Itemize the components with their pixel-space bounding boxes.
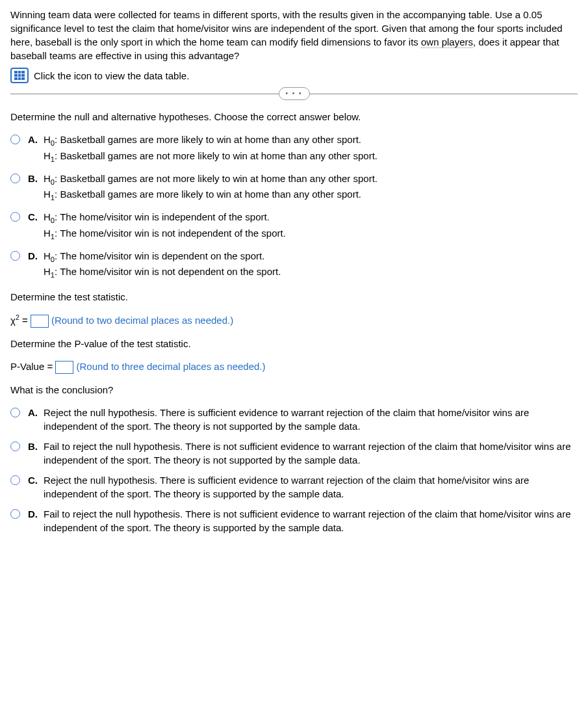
section-divider: • • • xyxy=(10,94,578,94)
rounding-note: (Round to three decimal places as needed… xyxy=(77,361,266,372)
table-icon xyxy=(14,71,25,80)
option-letter: D. xyxy=(28,249,40,263)
radio-b[interactable] xyxy=(10,174,20,183)
conclusion-a: A. Reject the null hypothesis. There is … xyxy=(10,406,578,433)
hypotheses-options: A. H0: Basketball games are more likely … xyxy=(10,133,578,281)
option-letter: B. xyxy=(28,440,40,453)
rounding-note: (Round to two decimal places as needed.) xyxy=(51,315,233,326)
option-letter: C. xyxy=(28,210,40,224)
ellipsis-icon[interactable]: • • • xyxy=(279,87,310,100)
conclusion-prompt: What is the conclusion? xyxy=(10,383,578,397)
pvalue-prompt: Determine the P-value of the test statis… xyxy=(10,337,578,350)
option-text: Fail to reject the null hypothesis. Ther… xyxy=(44,507,578,534)
option-letter: D. xyxy=(28,507,40,521)
radio-a[interactable] xyxy=(10,135,20,144)
dotted-term: own players xyxy=(421,36,473,48)
data-table-button[interactable] xyxy=(10,68,29,83)
option-text: Fail to reject the null hypothesis. Ther… xyxy=(44,440,578,467)
data-table-row: Click the icon to view the data table. xyxy=(10,68,578,83)
chi-squared-row: χ2 = (Round to two decimal places as nee… xyxy=(10,313,578,328)
option-letter: A. xyxy=(28,133,40,146)
hypotheses-prompt: Determine the null and alternative hypot… xyxy=(10,110,578,124)
option-text: H0: The home/visitor win is independent … xyxy=(44,210,578,243)
pvalue-input[interactable] xyxy=(55,361,73,374)
problem-statement: Winning team data were collected for tea… xyxy=(10,8,578,62)
equals-sign: = xyxy=(22,315,31,326)
chi-symbol: χ2 xyxy=(10,315,19,326)
option-letter: A. xyxy=(28,406,40,419)
radio-conclusion-a[interactable] xyxy=(10,408,20,417)
option-b: B. H0: Basketball games are not more lik… xyxy=(10,172,578,204)
radio-conclusion-d[interactable] xyxy=(10,509,20,519)
pvalue-label: P-Value = xyxy=(10,361,55,372)
data-table-link[interactable]: Click the icon to view the data table. xyxy=(34,69,189,83)
conclusion-options: A. Reject the null hypothesis. There is … xyxy=(10,406,578,534)
option-letter: B. xyxy=(28,172,40,185)
option-text: H0: Basketball games are more likely to … xyxy=(44,133,578,165)
option-text: Reject the null hypothesis. There is suf… xyxy=(44,406,578,433)
option-text: H0: The home/visitor win is dependent on… xyxy=(44,249,578,282)
test-statistic-prompt: Determine the test statistic. xyxy=(10,290,578,304)
radio-d[interactable] xyxy=(10,251,20,261)
chi-squared-input[interactable] xyxy=(31,315,49,328)
option-d: D. H0: The home/visitor win is dependent… xyxy=(10,249,578,282)
radio-c[interactable] xyxy=(10,212,20,222)
option-a: A. H0: Basketball games are more likely … xyxy=(10,133,578,165)
option-c: C. H0: The home/visitor win is independe… xyxy=(10,210,578,243)
radio-conclusion-b[interactable] xyxy=(10,441,20,451)
pvalue-row: P-Value = (Round to three decimal places… xyxy=(10,360,578,374)
option-text: H0: Basketball games are not more likely… xyxy=(44,172,578,204)
intro-text: Winning team data were collected for tea… xyxy=(10,9,563,61)
option-text: Reject the null hypothesis. There is suf… xyxy=(44,473,578,501)
radio-conclusion-c[interactable] xyxy=(10,475,20,485)
conclusion-b: B. Fail to reject the null hypothesis. T… xyxy=(10,440,578,467)
conclusion-d: D. Fail to reject the null hypothesis. T… xyxy=(10,507,578,534)
conclusion-c: C. Reject the null hypothesis. There is … xyxy=(10,473,578,501)
option-letter: C. xyxy=(28,473,40,487)
